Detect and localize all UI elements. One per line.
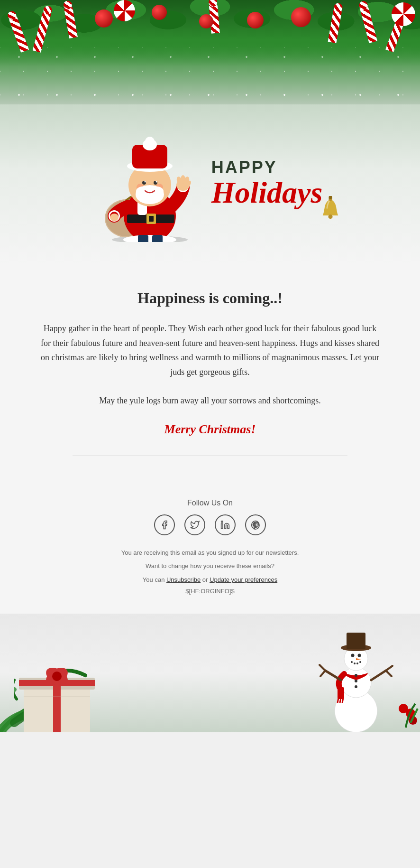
- update-preferences-link[interactable]: Update your preferences: [210, 576, 277, 583]
- main-heading: Happiness is coming..!: [38, 289, 382, 307]
- svg-line-74: [386, 671, 392, 676]
- merry-christmas-text: Merry Christmas!: [38, 422, 382, 437]
- svg-line-73: [386, 666, 393, 671]
- svg-point-38: [329, 215, 333, 219]
- svg-line-70: [320, 665, 325, 671]
- gift-box: [14, 652, 100, 732]
- top-banner: [0, 0, 420, 104]
- svg-point-63: [354, 663, 356, 664]
- holiday-text: HAPPY Holidays: [211, 158, 323, 208]
- svg-point-31: [155, 181, 157, 183]
- svg-rect-7: [149, 216, 154, 222]
- svg-rect-45: [53, 678, 61, 732]
- svg-line-57: [338, 698, 338, 703]
- svg-point-76: [399, 704, 408, 713]
- org-info-text: $[HF:ORGINFO]$: [28, 588, 392, 595]
- svg-rect-55: [347, 633, 365, 649]
- pinterest-icon[interactable]: [245, 514, 266, 535]
- red-berries: [382, 694, 420, 732]
- svg-rect-20: [152, 235, 163, 242]
- footer-middle: or: [201, 576, 210, 583]
- svg-point-66: [355, 674, 357, 677]
- bottom-banner: [0, 614, 420, 732]
- svg-line-58: [340, 698, 341, 703]
- svg-point-12: [110, 214, 119, 221]
- ornament-3: [291, 7, 311, 27]
- svg-point-36: [136, 187, 149, 196]
- svg-line-71: [320, 671, 325, 676]
- footer-email-line1: You are receiving this email as you sign…: [28, 547, 392, 558]
- svg-rect-41: [221, 523, 223, 528]
- svg-point-30: [144, 181, 146, 183]
- svg-line-59: [342, 698, 343, 703]
- linkedin-icon[interactable]: [215, 514, 236, 535]
- footer-email-line2: Want to change how you receive these ema…: [28, 560, 392, 571]
- lollipop-2: [114, 0, 135, 21]
- svg-point-60: [351, 654, 355, 657]
- svg-point-68: [355, 685, 357, 688]
- main-body-paragraph: Happy gather in the heart of people. The…: [38, 321, 382, 379]
- svg-rect-56: [338, 687, 344, 699]
- bell-icon: [320, 196, 341, 220]
- svg-line-72: [371, 671, 386, 680]
- ornament-5: [199, 14, 213, 28]
- svg-point-62: [351, 661, 353, 663]
- footer-email-line3: You can Unsubscribe or Update your prefe…: [28, 574, 392, 585]
- unsubscribe-link[interactable]: Unsubscribe: [166, 576, 201, 583]
- svg-point-49: [52, 672, 62, 681]
- follow-us-label: Follow Us On: [28, 499, 392, 507]
- svg-point-65: [359, 661, 361, 663]
- happy-label: HAPPY: [211, 158, 277, 177]
- svg-point-67: [355, 680, 357, 682]
- svg-line-69: [325, 671, 341, 680]
- lollipop-1: [392, 2, 415, 26]
- section-divider: [73, 456, 348, 456]
- svg-point-61: [358, 654, 361, 657]
- ornament-4: [247, 12, 264, 28]
- ornament-2: [152, 5, 167, 20]
- facebook-icon[interactable]: [154, 514, 175, 535]
- hero-section: HAPPY Holidays: [0, 104, 420, 266]
- yule-paragraph: May the yule logs burn away all your sor…: [38, 393, 382, 408]
- svg-point-37: [150, 187, 164, 196]
- ornament-1: [95, 9, 113, 28]
- svg-point-27: [145, 137, 155, 146]
- santa-figure: [98, 123, 202, 242]
- twitter-icon[interactable]: [184, 514, 205, 535]
- footer-prefix: You can: [143, 576, 166, 583]
- social-icons-container: [28, 514, 392, 535]
- holidays-label: Holidays: [211, 176, 323, 209]
- footer: Follow Us On You are: [0, 489, 420, 614]
- svg-point-64: [356, 663, 358, 664]
- main-content: Happiness is coming..! Happy gather in t…: [0, 266, 420, 489]
- svg-rect-19: [138, 235, 148, 242]
- svg-point-42: [221, 521, 223, 523]
